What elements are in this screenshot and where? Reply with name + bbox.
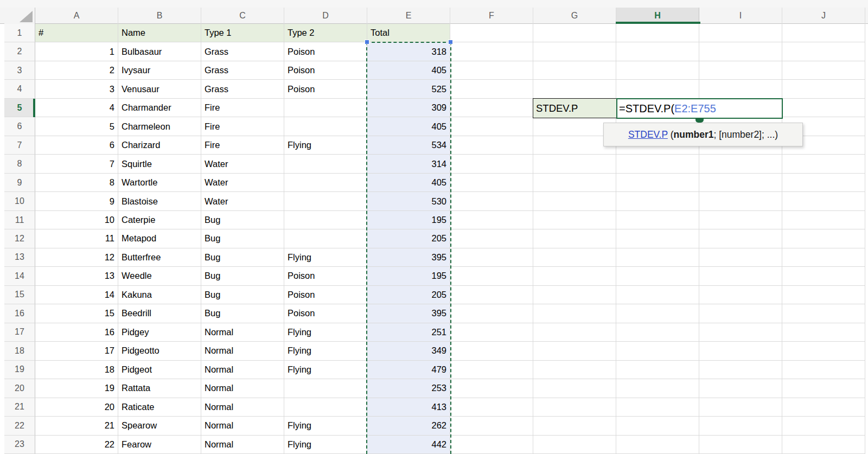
cell-B11[interactable]: Caterpie: [118, 211, 201, 229]
cell-J20[interactable]: [782, 379, 865, 398]
cell-G17[interactable]: [533, 323, 616, 342]
cell-D17[interactable]: Flying: [284, 323, 367, 342]
cell-B5[interactable]: Charmander: [118, 99, 201, 117]
cell-B8[interactable]: Squirtle: [118, 155, 201, 173]
cell-A16[interactable]: 15: [35, 304, 118, 323]
row-header-5[interactable]: 5: [4, 99, 35, 117]
cell-G15[interactable]: [533, 286, 616, 304]
cell-I4[interactable]: [699, 80, 782, 98]
cell-A4[interactable]: 3: [35, 80, 118, 98]
cell-E3[interactable]: 405: [367, 61, 450, 80]
cell-I2[interactable]: [699, 42, 782, 61]
cell-H18[interactable]: [616, 342, 699, 360]
cell-H5-formula-edit[interactable]: =STDEV.P(E2:E755: [616, 98, 783, 119]
cell-I10[interactable]: [699, 192, 782, 210]
cell-B16[interactable]: Beedrill: [118, 304, 201, 323]
cell-B14[interactable]: Weedle: [118, 267, 201, 285]
cell-H15[interactable]: [616, 286, 699, 304]
cell-H21[interactable]: [616, 398, 699, 417]
cell-C9[interactable]: Water: [201, 174, 284, 192]
cell-I8[interactable]: [699, 155, 782, 173]
cell-A5[interactable]: 4: [35, 99, 118, 117]
cell-J14[interactable]: [782, 267, 865, 285]
column-header-J[interactable]: J: [782, 8, 865, 24]
cell-D3[interactable]: Poison: [284, 61, 367, 80]
cell-A15[interactable]: 14: [35, 286, 118, 304]
cell-H3[interactable]: [616, 61, 699, 80]
cell-E8[interactable]: 314: [367, 155, 450, 173]
cell-G12[interactable]: [533, 229, 616, 248]
cell-G2[interactable]: [533, 42, 616, 61]
cell-D22[interactable]: Flying: [284, 417, 367, 435]
cell-D7[interactable]: Flying: [284, 136, 367, 155]
cell-A11[interactable]: 10: [35, 211, 118, 229]
cell-J10[interactable]: [782, 192, 865, 210]
row-header-8[interactable]: 8: [4, 155, 35, 173]
cell-J9[interactable]: [782, 174, 865, 192]
cell-E7[interactable]: 534: [367, 136, 450, 155]
cell-G23[interactable]: [533, 436, 616, 454]
cell-G22[interactable]: [533, 417, 616, 435]
cell-H16[interactable]: [616, 304, 699, 323]
row-header-23[interactable]: 23: [4, 436, 35, 454]
cell-A14[interactable]: 13: [35, 267, 118, 285]
column-header-A[interactable]: A: [35, 8, 118, 24]
cell-G10[interactable]: [533, 192, 616, 210]
cell-D19[interactable]: Flying: [284, 361, 367, 379]
cell-G5-stdev-label[interactable]: STDEV.P: [533, 98, 617, 118]
cell-A7[interactable]: 6: [35, 136, 118, 155]
cell-F12[interactable]: [450, 229, 533, 248]
cell-A12[interactable]: 11: [35, 229, 118, 248]
cell-B15[interactable]: Kakuna: [118, 286, 201, 304]
cell-C14[interactable]: Bug: [201, 267, 284, 285]
column-header-C[interactable]: C: [201, 8, 284, 24]
cell-B19[interactable]: Pidgeot: [118, 361, 201, 379]
cell-H10[interactable]: [616, 192, 699, 210]
cell-F8[interactable]: [450, 155, 533, 173]
cell-H11[interactable]: [616, 211, 699, 229]
cell-F2[interactable]: [450, 42, 533, 61]
cell-G9[interactable]: [533, 174, 616, 192]
cell-A8[interactable]: 7: [35, 155, 118, 173]
cell-D9[interactable]: [284, 174, 367, 192]
cell-I23[interactable]: [699, 436, 782, 454]
cell-H22[interactable]: [616, 417, 699, 435]
cell-H23[interactable]: [616, 436, 699, 454]
cell-I17[interactable]: [699, 323, 782, 342]
cell-F11[interactable]: [450, 211, 533, 229]
cell-C19[interactable]: Normal: [201, 361, 284, 379]
cell-C18[interactable]: Normal: [201, 342, 284, 360]
cell-D11[interactable]: [284, 211, 367, 229]
cell-H13[interactable]: [616, 248, 699, 267]
row-header-14[interactable]: 14: [4, 267, 35, 285]
cell-B18[interactable]: Pidgeotto: [118, 342, 201, 360]
cell-J4[interactable]: [782, 80, 865, 98]
cell-B6[interactable]: Charmeleon: [118, 117, 201, 136]
cell-F1[interactable]: [450, 24, 533, 42]
row-header-9[interactable]: 9: [4, 174, 35, 192]
column-header-F[interactable]: F: [450, 8, 533, 24]
cell-C13[interactable]: Bug: [201, 248, 284, 267]
cell-D21[interactable]: [284, 398, 367, 417]
cell-G4[interactable]: [533, 80, 616, 98]
cell-J17[interactable]: [782, 323, 865, 342]
cell-B17[interactable]: Pidgey: [118, 323, 201, 342]
row-header-16[interactable]: 16: [4, 304, 35, 323]
cell-B1[interactable]: Name: [118, 24, 201, 42]
cell-D18[interactable]: Flying: [284, 342, 367, 360]
cell-E20[interactable]: 253: [367, 379, 450, 398]
cell-I11[interactable]: [699, 211, 782, 229]
row-header-15[interactable]: 15: [4, 286, 35, 304]
cell-G1[interactable]: [533, 24, 616, 42]
cell-A17[interactable]: 16: [35, 323, 118, 342]
cell-D10[interactable]: [284, 192, 367, 210]
cell-D20[interactable]: [284, 379, 367, 398]
cell-D23[interactable]: Flying: [284, 436, 367, 454]
cell-C2[interactable]: Grass: [201, 42, 284, 61]
cell-A23[interactable]: 22: [35, 436, 118, 454]
column-header-G[interactable]: G: [533, 8, 616, 24]
cell-I22[interactable]: [699, 417, 782, 435]
selection-handle-top-right[interactable]: [448, 40, 453, 44]
cell-F13[interactable]: [450, 248, 533, 267]
row-header-4[interactable]: 4: [4, 80, 35, 98]
